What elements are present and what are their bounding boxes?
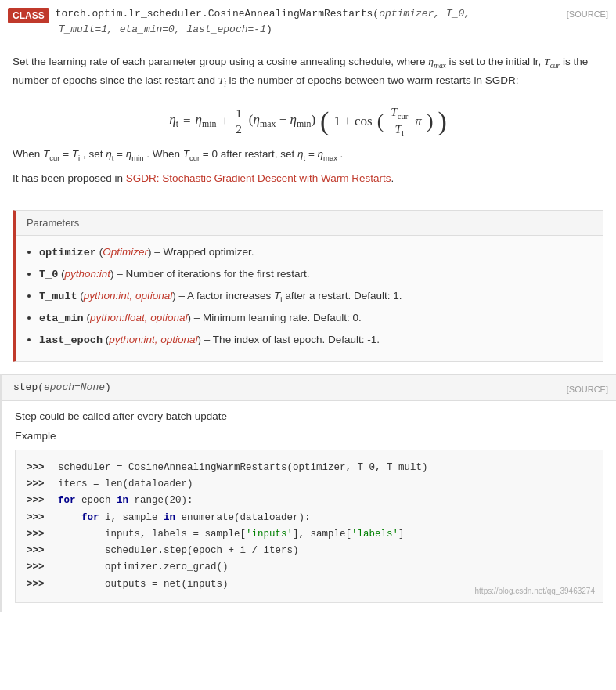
formula-frac-T: Tcur Ti (388, 105, 410, 138)
list-item: eta_min (python:float, optional) – Minim… (39, 309, 592, 328)
formula-one-plus: 1 + cos (333, 114, 372, 129)
param-name-tmult: T_mult (39, 291, 77, 302)
code-line-7: >>> optimizer.zero_grad() (27, 559, 592, 576)
param-name-eta-min: eta_min (39, 312, 84, 324)
code-line-2: >>> iters = len(dataloader) (27, 476, 592, 493)
description-when: When Tcur = Ti , set ηt = ηmin . When Tc… (13, 146, 603, 164)
param-type-optimizer[interactable]: Optimizer (103, 246, 148, 258)
code-line-3: >>> for epoch in range(20): (27, 493, 592, 509)
code-line-5: >>> inputs, labels = sample['inputs'], s… (27, 526, 592, 543)
description-para1: Set the learning rate of each parameter … (13, 53, 603, 91)
formula-diff: (ηmax − ηmin) (249, 112, 315, 130)
code-text: iters = len(dataloader) (58, 476, 193, 493)
formula-lhs: ηt (169, 112, 178, 130)
code-line-1: >>> scheduler = CosineAnnealingWarmResta… (27, 460, 592, 476)
sgdr-link[interactable]: SGDR: Stochastic Gradient Descent with W… (126, 172, 391, 184)
param-type-last-epoch: python:int, optional (109, 334, 197, 345)
code-prompt: >>> (27, 460, 52, 476)
formula-cos-left: ( (377, 111, 384, 132)
example-label: Example (15, 430, 603, 442)
code-prompt: >>> (27, 543, 52, 559)
code-text: inputs, labels = sample['inputs'], sampl… (58, 526, 405, 543)
param-type-tmult: python:int, optional (84, 290, 172, 302)
description-proposed: It has been proposed in SGDR: Stochastic… (13, 170, 603, 188)
class-badge: CLASS (8, 8, 49, 23)
code-block: >>> scheduler = CosineAnnealingWarmResta… (15, 450, 603, 603)
T-i-inline: Ti (218, 74, 226, 86)
code-text: scheduler.step(epoch + i / iters) (58, 543, 299, 559)
code-prompt: >>> (27, 526, 52, 543)
formula-eq: = (183, 114, 191, 129)
watermark: https://blog.csdn.net/qq_39463274 (475, 584, 595, 598)
method-body: Step could be called after every batch u… (2, 401, 616, 612)
method-section: step(epoch=None) [SOURCE] Step could be … (0, 374, 616, 612)
param-name-last-epoch: last_epoch (39, 334, 103, 346)
code-text: for i, sample in enumerate(dataloader): (58, 510, 311, 526)
param-name-optimizer: optimizer (39, 247, 96, 258)
param-name-t0: T_0 (39, 269, 58, 280)
params-section: Parameters optimizer (Optimizer) – Wrapp… (13, 210, 603, 362)
code-prompt: >>> (27, 493, 52, 509)
list-item: optimizer (Optimizer) – Wrapped optimize… (39, 244, 592, 262)
code-prompt: >>> (27, 576, 52, 593)
class-header: CLASS torch.optim.lr_scheduler.CosineAnn… (0, 0, 616, 42)
list-item: last_epoch (python:int, optional) – The … (39, 331, 592, 350)
class-source-link[interactable]: [SOURCE] (567, 9, 608, 19)
class-full-name: torch.optim.lr_scheduler.CosineAnnealing… (56, 8, 471, 20)
list-item: T_0 (python:int) – Number of iterations … (39, 266, 592, 284)
list-item: T_mult (python:int, optional) – A factor… (39, 287, 592, 306)
description-section: Set the learning rate of each parameter … (0, 42, 616, 202)
code-text: scheduler = CosineAnnealingWarmRestarts(… (58, 460, 428, 476)
eta-max-inline: ηmax (428, 56, 445, 67)
formula-pi: π (415, 114, 422, 129)
code-text: outputs = net(inputs) (58, 576, 229, 593)
formula-half: 1 2 (233, 107, 244, 136)
code-text: optimizer.zero_grad() (58, 559, 229, 576)
code-prompt: >>> (27, 510, 52, 526)
formula-big-left: ( (320, 108, 329, 135)
formula: ηt = ηmin + 1 2 (ηmax − ηmin) ( 1 + cos … (13, 97, 603, 146)
param-type-eta-min: python:float, optional (90, 312, 188, 323)
method-param: epoch=None (44, 381, 105, 393)
param-type-t0: python:int (65, 268, 111, 280)
code-line-4: >>> for i, sample in enumerate(dataloade… (27, 510, 592, 526)
method-header: step(epoch=None) [SOURCE] (2, 374, 616, 401)
T-cur-inline: Tcur (544, 56, 560, 67)
method-signature: step(epoch=None) (13, 381, 111, 393)
class-params: T_mult=1, eta_min=0, last_epoch=-1) (56, 23, 272, 35)
code-text: for epoch in range(20): (58, 493, 193, 509)
method-desc: Step could be called after every batch u… (15, 410, 603, 422)
code-line-6: >>> scheduler.step(epoch + i / iters) (27, 543, 592, 559)
class-signature: torch.optim.lr_scheduler.CosineAnnealing… (56, 6, 559, 37)
formula-big-right: ) (438, 108, 446, 135)
method-source-link[interactable]: [SOURCE] (567, 385, 608, 394)
params-list: optimizer (Optimizer) – Wrapped optimize… (16, 236, 603, 361)
formula-cos-right: ) (427, 111, 434, 132)
code-prompt: >>> (27, 476, 52, 493)
params-header: Parameters (16, 211, 603, 236)
formula-plus: + (222, 114, 229, 129)
formula-eta-min: ηmin (196, 112, 217, 130)
code-prompt: >>> (27, 559, 52, 576)
